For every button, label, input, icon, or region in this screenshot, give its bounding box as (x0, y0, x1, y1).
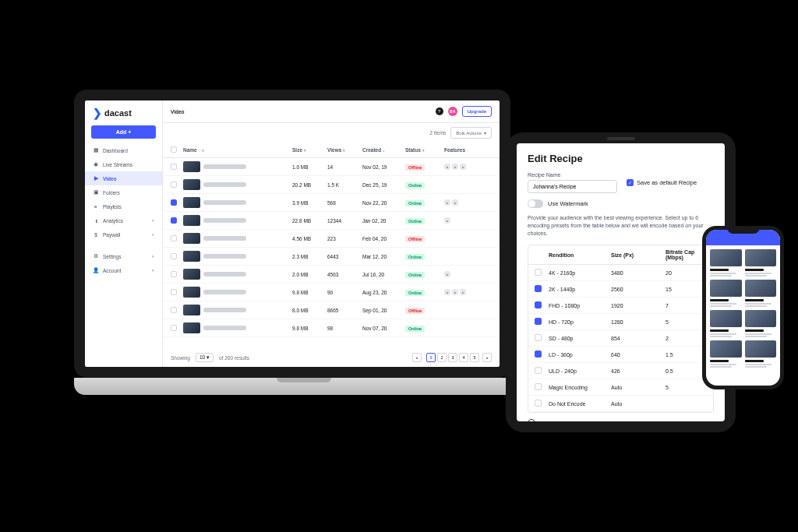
list-item[interactable] (745, 249, 777, 277)
rendition-checkbox[interactable] (535, 285, 542, 292)
video-thumbnail (183, 305, 200, 315)
sidebar-item-paywall[interactable]: $Paywall▾ (85, 227, 162, 241)
table-row[interactable]: 9.8 MB 98 Nov 07, 20 Online (163, 319, 500, 337)
per-page-select[interactable]: 10 ▾ (196, 353, 214, 362)
feature-badge: ● (460, 164, 466, 170)
rendition-row[interactable]: 4K - 2160p 3480 20 (528, 265, 713, 281)
rendition-row[interactable]: SD - 480p 854 2 (528, 330, 713, 347)
row-checkbox[interactable] (171, 199, 177, 206)
help-icon[interactable]: ? (436, 107, 443, 115)
table-row[interactable]: 1.0 MB 14 Nov 02, 19 Offline ●●● (163, 158, 500, 176)
rendition-row[interactable]: Do Not Encode Auto (528, 396, 713, 412)
rendition-row[interactable]: 2K - 1440p 2560 15 (528, 281, 713, 298)
table-row[interactable]: 9.8 MB 90 Aug 23, 20 Online ●●● (163, 284, 500, 301)
sidebar-item-account[interactable]: 👤Account▾ (85, 263, 162, 277)
table-row[interactable]: 8.0 MB 8665 Sep 01, 20 Offline (163, 301, 500, 319)
video-thumbnail (183, 179, 200, 190)
brand-text: dacast (104, 108, 132, 118)
table-row[interactable]: 3.9 MB 568 Nov 22, 20 Online ●● (163, 194, 500, 212)
page-4[interactable]: 4 (459, 353, 468, 362)
feature-badge: ● (452, 289, 458, 295)
row-checkbox[interactable] (171, 164, 177, 170)
watermark-toggle[interactable] (528, 199, 543, 208)
status-badge: Online (405, 254, 425, 260)
table-row[interactable]: 2.0 MB 4563 Jul 16, 20 Online ● (163, 266, 500, 284)
rendition-checkbox[interactable] (535, 400, 542, 407)
bulk-actions-button[interactable]: Bulk Actions▾ (450, 127, 492, 139)
rendition-row[interactable]: Magic Encoding Auto 5 (528, 379, 713, 396)
list-item[interactable] (710, 280, 742, 307)
rendition-checkbox[interactable] (535, 383, 542, 390)
page-first[interactable]: « (412, 353, 422, 362)
sidebar-item-analytics[interactable]: ⫿Analytics▾ (85, 213, 162, 227)
status-badge: Offline (405, 236, 425, 242)
feature-badge: ● (444, 289, 450, 295)
page-title: Video (171, 109, 185, 115)
table-row[interactable]: 2.3 MB 6443 Mar 12, 20 Online (163, 248, 500, 266)
brand-logo[interactable]: ❯ dacast (85, 100, 162, 125)
video-thumbnail (183, 215, 200, 226)
row-checkbox[interactable] (171, 181, 177, 188)
status-badge: Online (405, 218, 425, 224)
list-item[interactable] (710, 310, 742, 337)
sidebar: ❯ dacast Add + ▦Dashboard◉Live Streams▶V… (85, 100, 163, 367)
row-checkbox[interactable] (171, 271, 177, 277)
status-badge: Online (405, 326, 425, 332)
rendition-checkbox[interactable] (535, 269, 542, 276)
sidebar-item-dashboard[interactable]: ▦Dashboard (85, 143, 162, 157)
rendition-checkbox[interactable] (535, 318, 542, 325)
upgrade-button[interactable]: Upgrade (462, 106, 492, 117)
page-5[interactable]: 5 (470, 353, 479, 362)
recipe-title: Edit Recipe (528, 153, 714, 164)
rendition-row[interactable]: ULD - 240p 426 0.5 (528, 363, 713, 379)
list-item[interactable] (745, 340, 777, 368)
nav-icon: ⚙ (93, 253, 99, 259)
status-badge: Online (405, 290, 425, 296)
list-item[interactable] (710, 249, 742, 277)
row-checkbox[interactable] (171, 325, 177, 331)
sidebar-item-folders[interactable]: ▣Folders (85, 185, 162, 199)
table-row[interactable]: 4.56 MB 223 Feb 04, 20 Offline (163, 230, 500, 248)
avatar[interactable]: BA (448, 107, 457, 116)
add-button[interactable]: Add + (91, 125, 156, 139)
feature-badge: ● (444, 164, 450, 170)
table-row[interactable]: 20.2 MB 1.5 K Dec 25, 19 Online (163, 176, 500, 194)
row-checkbox[interactable] (171, 253, 177, 259)
rendition-row[interactable]: FHD - 1080p 1920 7 (528, 298, 713, 314)
recipe-name-input[interactable] (528, 180, 617, 193)
row-checkbox[interactable] (171, 307, 177, 313)
page-2[interactable]: 2 (437, 353, 447, 362)
nav-icon: ≡ (93, 203, 99, 210)
rendition-checkbox[interactable] (535, 334, 542, 341)
sidebar-item-settings[interactable]: ⚙Settings▾ (85, 249, 162, 263)
phone-header (706, 230, 780, 245)
rendition-checkbox[interactable] (535, 301, 542, 308)
video-thumbnail (183, 233, 200, 244)
renditions-table: Rendition Size (Px) Bitrate Cap (Mbps) 4… (528, 245, 714, 413)
row-checkbox[interactable] (171, 235, 177, 241)
row-checkbox[interactable] (171, 289, 177, 295)
page-last[interactable]: » (482, 353, 492, 362)
rendition-checkbox[interactable] (535, 367, 542, 374)
topbar: Video ? BA Upgrade (163, 100, 500, 123)
rendition-row[interactable]: HD - 720p 1280 5 (528, 314, 713, 330)
row-checkbox[interactable] (171, 217, 177, 224)
knowledge-base-link[interactable]: Knowledge Base (644, 421, 685, 421)
list-item[interactable] (710, 340, 742, 368)
sidebar-item-video[interactable]: ▶Video (85, 171, 162, 185)
phone-device (702, 226, 784, 389)
page-1[interactable]: 1 (426, 353, 436, 362)
rendition-checkbox[interactable] (535, 351, 542, 358)
list-item[interactable] (745, 280, 777, 307)
video-thumbnail (183, 269, 200, 280)
list-item[interactable] (745, 310, 777, 337)
select-all-checkbox[interactable] (171, 146, 177, 153)
sidebar-item-live-streams[interactable]: ◉Live Streams (85, 157, 162, 171)
default-recipe-checkbox[interactable]: ✓ Save as default Recipe (627, 179, 697, 186)
pagination: Showing 10 ▾ of 200 results « 12345 » (163, 348, 500, 367)
table-header: Name▾ Size▾ Views▾ Created↓ Status▾ Feat… (163, 143, 500, 158)
page-3[interactable]: 3 (448, 353, 457, 362)
sidebar-item-playlists[interactable]: ≡Playlists (85, 199, 162, 213)
rendition-row[interactable]: LD - 360p 640 1.5 (528, 347, 713, 363)
table-row[interactable]: 22.8 MB 12344 Jan 02, 20 Online ● (163, 212, 500, 230)
